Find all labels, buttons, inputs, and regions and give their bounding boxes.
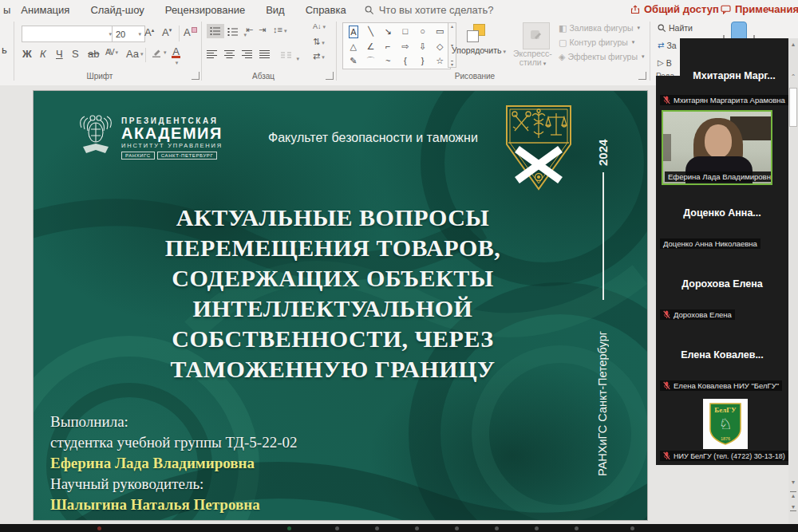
quick-styles-label-2: стили [513, 58, 552, 68]
tab-help[interactable]: Справка [295, 4, 357, 16]
scroll-page-down-arrow[interactable]: ▾ [790, 503, 796, 511]
arc-shape-icon[interactable]: ⌒ [366, 55, 375, 66]
find-button[interactable]: Найти [658, 23, 693, 33]
quick-styles-button[interactable]: Экспресс- стили [513, 49, 552, 68]
arrow-shape-icon[interactable]: ↘ [385, 26, 392, 38]
scroll-down-arrow[interactable]: ▾ [788, 479, 798, 486]
shadow-button[interactable]: S [72, 48, 79, 60]
left-brace-shape-icon[interactable]: { [404, 55, 407, 66]
find-label: Найти [669, 23, 693, 33]
textbox-shape-icon[interactable]: A [349, 26, 358, 38]
belgu-logo-tile[interactable]: БелГУ ♘ 1876 [703, 399, 748, 449]
share-label: Общий доступ [644, 3, 719, 15]
underline-button[interactable]: Ч [56, 48, 63, 60]
scroll-up-arrow[interactable]: ▴ [788, 41, 798, 48]
scribble-shape-icon[interactable]: ✎ [350, 55, 357, 66]
authors-block[interactable]: Выполнила: студентка учебной группы ТД-5… [50, 412, 297, 515]
tab-view[interactable]: Вид [255, 4, 295, 16]
italic-button[interactable]: К [40, 48, 46, 60]
slide-canvas[interactable]: ПРЕЗИДЕНТСКАЯ АКАДЕМИЯ ИНСТИТУТ УПРАВЛЕН… [33, 90, 648, 521]
participant-tile-name-2[interactable]: Доценко Анна... [656, 207, 788, 219]
participant-label-4: Елена Ковалева НИУ "БелГУ" [660, 380, 782, 391]
taskbar-red-icon [97, 526, 101, 530]
convert-smartart-button[interactable]: ⇄ [313, 51, 325, 61]
share-button[interactable]: Общий доступ [630, 3, 719, 15]
columns-button[interactable] [281, 49, 299, 64]
title-line-6: ТАМОЖЕННУЮ ГРАНИЦУ [69, 354, 596, 384]
active-speaker-video[interactable]: Еферина Лада Владимировна [662, 110, 772, 185]
line-spacing-button[interactable]: ↕≡ [273, 25, 286, 34]
text-direction-button[interactable]: ⇅ [313, 37, 325, 47]
mic-muted-icon [663, 96, 670, 104]
mic-muted-icon [663, 451, 670, 460]
rounded-rect-shape-icon[interactable]: ▭ [436, 26, 444, 38]
select-button[interactable]: ▷В [658, 58, 672, 68]
star-shape-icon[interactable]: ☆ [436, 55, 444, 66]
paragraph-dialog-launcher[interactable] [326, 72, 334, 80]
taskbar-icon [415, 526, 419, 530]
share-icon [630, 5, 640, 14]
participant-tile-name-4[interactable]: Елена Ковалев... [656, 349, 788, 361]
participant-tile-name-3[interactable]: Дорохова Елена [656, 278, 788, 290]
align-right-button[interactable] [242, 49, 253, 59]
taskbar-icon [455, 526, 459, 530]
diamond-shape-icon[interactable]: ◇ [437, 41, 443, 52]
elbow-connector-icon[interactable]: ∠ [367, 41, 375, 52]
shape-effects-button[interactable]: ◈Эффекты фигуры [559, 52, 645, 61]
strikethrough-button[interactable]: ab [88, 48, 99, 60]
curve-shape-icon[interactable]: ~ [385, 55, 390, 66]
bullets-button[interactable] [207, 24, 224, 38]
right-arrow-shape-icon[interactable]: ⇨ [401, 41, 409, 52]
shrink-font-button[interactable]: A▾ [162, 26, 172, 38]
justify-button[interactable] [259, 49, 271, 59]
select-label: В [666, 58, 672, 68]
down-arrow-shape-icon[interactable]: ⇩ [419, 41, 426, 52]
connector-shape-icon[interactable]: ⌐ [385, 41, 390, 52]
tell-me-search[interactable]: Что вы хотите сделать? [365, 4, 494, 16]
increase-indent-button[interactable]: ⇥ [259, 25, 266, 35]
scroll-page-up-arrow[interactable]: ▴ [790, 491, 796, 499]
rectangle-shape-icon[interactable]: □ [402, 26, 408, 38]
tab-partial[interactable]: ы [3, 4, 10, 16]
sort-button[interactable]: A↓ [313, 22, 326, 30]
tab-animation[interactable]: Анимация [10, 4, 80, 16]
shape-outline-button[interactable]: ▢Контур фигуры [559, 37, 634, 47]
grow-font-button[interactable]: A▴ [144, 26, 154, 38]
ribbon-partial-button[interactable]: ь [2, 44, 7, 56]
bold-button[interactable]: Ж [22, 48, 32, 60]
font-color-button[interactable]: A [172, 47, 180, 67]
shapes-gallery[interactable]: A ╲ ↘ □ ○ ▭ △ ∠ ⌐ ⇨ ⇩ ◇ ✎ ⌒ ~ { } ☆ [342, 22, 451, 69]
active-speaker-label: Еферина Лада Владимировна [665, 171, 772, 182]
arrange-button[interactable]: Упорядочить [452, 46, 503, 56]
shape-fill-button[interactable]: ◧Заливка фигуры [559, 23, 640, 33]
character-spacing-button[interactable]: AV [105, 48, 117, 57]
oval-shape-icon[interactable]: ○ [420, 26, 425, 38]
scrollbar-thumb[interactable] [789, 88, 797, 127]
slide-title[interactable]: АКТУАЛЬНЫЕ ВОПРОСЫ ПЕРЕМЕЩЕНИЯ ТОВАРОВ, … [69, 203, 596, 384]
taskbar-icon [535, 526, 539, 530]
shape-fill-label: Заливка фигуры [569, 23, 633, 33]
tab-slideshow[interactable]: Слайд-шоу [80, 4, 154, 16]
line-shape-icon[interactable]: ╲ [368, 26, 373, 38]
change-case-button[interactable]: Aa [126, 48, 143, 60]
taskbar[interactable] [0, 524, 798, 532]
right-brace-shape-icon[interactable]: } [421, 55, 425, 66]
taskbar-icon [630, 526, 634, 530]
participant-tile-name-1[interactable]: Мхитарян Марг... [680, 70, 788, 81]
align-center-button[interactable] [224, 49, 235, 59]
title-line-1: АКТУАЛЬНЫЕ ВОПРОСЫ [69, 203, 596, 233]
triangle-shape-icon[interactable]: △ [350, 41, 357, 52]
font-size-combo[interactable]: 20 [112, 26, 145, 42]
font-dialog-launcher[interactable] [192, 72, 200, 80]
decrease-indent-button[interactable]: ⇤ [246, 25, 253, 35]
comments-button[interactable]: Примечания [721, 3, 798, 15]
highlight-button[interactable] [152, 48, 167, 57]
drawing-dialog-launcher[interactable] [638, 72, 646, 80]
align-left-button[interactable] [207, 49, 218, 59]
numbering-button[interactable] [227, 26, 247, 40]
collapse-chevron[interactable]: ⌃ [788, 73, 798, 81]
tab-review[interactable]: Рецензирование [155, 4, 255, 16]
replace-button[interactable]: ⇄За [658, 41, 677, 50]
font-name-combo[interactable] [22, 26, 116, 42]
clear-formatting-button[interactable]: A [184, 26, 197, 38]
